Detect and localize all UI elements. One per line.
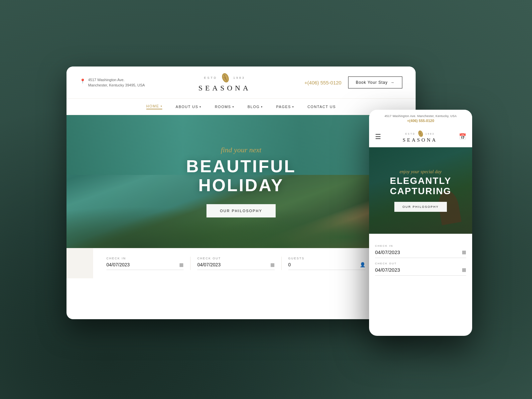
mobile-checkout-label: CHECK OUT <box>375 262 466 265</box>
calendar-icon: ▦ <box>270 262 275 268</box>
mobile-logo: ESTD 1983 SEASONA <box>403 130 437 143</box>
mobile-checkout-calendar-icon: ▦ <box>462 267 466 273</box>
chevron-down-icon: ▾ <box>200 105 201 108</box>
checkin-value: 04/07/2023 <box>106 262 130 267</box>
mobile-mockup: 4517 Washington Ave. Manchester, Kentuck… <box>369 110 472 336</box>
chevron-down-icon: ▾ <box>161 105 163 108</box>
checkin-value-row: 04/07/2023 ▦ <box>106 262 184 270</box>
mobile-logo-name: SEASONA <box>403 137 437 143</box>
desktop-topbar: 📍 4517 Washington Ave. Manchester, Kentu… <box>66 66 416 99</box>
address-line2: Manchester, Kentucky 39495, USA <box>88 82 145 88</box>
nav-item-pages[interactable]: PAGES ▾ <box>276 105 294 109</box>
nav-item-home[interactable]: HOME ▾ <box>146 104 163 109</box>
arrow-icon: → <box>390 80 395 85</box>
logo-year-text: 1983 <box>233 76 245 79</box>
desktop-nav: HOME ▾ ABOUT US ▾ ROOMS ▾ BLOG ▾ PAGES ▾… <box>66 99 416 115</box>
mobile-checkout-value: 04/07/2023 <box>375 267 400 273</box>
mobile-address: 4517 Washington Ave. Manchester, Kentuck… <box>375 114 466 118</box>
guests-field[interactable]: GUESTS 0 👤 <box>282 257 372 270</box>
mobile-checkin-calendar-icon: ▦ <box>462 249 466 255</box>
guests-label: GUESTS <box>288 257 365 260</box>
mobile-hero-title: ELEGANTLY CAPTURING <box>390 176 452 197</box>
checkout-field[interactable]: CHECK OUT 04/07/2023 ▦ <box>191 257 281 270</box>
book-stay-button[interactable]: Book Your Stay → <box>348 76 402 88</box>
mobile-checkin-row[interactable]: 04/07/2023 ▦ <box>375 249 466 258</box>
address-block: 📍 4517 Washington Ave. Manchester, Kentu… <box>80 77 145 88</box>
mobile-phone[interactable]: +(406) 555-0120 <box>375 119 466 123</box>
hamburger-menu-icon[interactable]: ☰ <box>375 133 381 141</box>
chevron-down-icon: ▾ <box>261 105 263 108</box>
phone-number[interactable]: +(406) 555-0120 <box>305 80 341 85</box>
booking-bar: CHECK IN 04/07/2023 ▦ CHECK OUT 04/07/20… <box>66 248 416 278</box>
mobile-calendar-icon[interactable]: 📅 <box>459 133 466 140</box>
hero-title: BEAUTIFUL HOLIDAY <box>186 157 296 195</box>
checkout-value-row: 04/07/2023 ▦ <box>197 262 274 270</box>
mobile-hero-content: enjoy your special day ELEGANTLY CAPTURI… <box>390 169 452 212</box>
logo-estd-text: ESTD <box>204 76 217 79</box>
checkout-label: CHECK OUT <box>197 257 274 260</box>
checkin-field[interactable]: CHECK IN 04/07/2023 ▦ <box>100 257 191 270</box>
guests-value-row: 0 👤 <box>288 262 365 270</box>
mobile-topbar: 4517 Washington Ave. Manchester, Kentuck… <box>369 110 472 126</box>
logo-name: SEASONA <box>199 84 251 92</box>
nav-item-blog[interactable]: BLOG ▾ <box>247 105 263 109</box>
location-icon: 📍 <box>80 78 85 85</box>
address-line1: 4517 Washington Ave. <box>88 77 145 83</box>
mobile-booking-panel: CHECK IN 04/07/2023 ▦ CHECK OUT 04/07/20… <box>369 234 472 282</box>
hero-subtitle: find your next <box>186 146 296 154</box>
desktop-logo: ESTD 1983 SEASONA <box>199 72 251 92</box>
checkout-value: 04/07/2023 <box>197 262 220 267</box>
hero-cta-button[interactable]: OUR PHILOSOPHY <box>206 204 275 217</box>
mobile-checkout-row[interactable]: 04/07/2023 ▦ <box>375 267 466 276</box>
person-icon: 👤 <box>360 262 365 268</box>
desktop-hero: find your next BEAUTIFUL HOLIDAY OUR PHI… <box>66 115 416 248</box>
mobile-nav-row: ☰ ESTD 1983 SEASONA 📅 <box>369 126 472 147</box>
mobile-checkin-value: 04/07/2023 <box>375 249 400 255</box>
mobile-hero: enjoy your special day ELEGANTLY CAPTURI… <box>369 147 472 234</box>
nav-item-about[interactable]: ABOUT US ▾ <box>176 105 201 109</box>
mobile-logo-leaf-icon <box>417 130 424 137</box>
guests-value: 0 <box>288 262 291 267</box>
mobile-logo-estd-row: ESTD 1983 <box>403 130 437 137</box>
chevron-down-icon: ▾ <box>292 105 294 108</box>
nav-item-rooms[interactable]: ROOMS ▾ <box>215 105 234 109</box>
nav-item-contact[interactable]: CONTACT US <box>308 105 336 109</box>
desktop-header-right: +(406) 555-0120 Book Your Stay → <box>305 76 402 88</box>
mobile-hero-subtitle: enjoy your special day <box>390 169 452 175</box>
checkin-label: CHECK IN <box>106 257 184 260</box>
chevron-down-icon: ▾ <box>232 105 234 108</box>
logo-estd-row: ESTD 1983 <box>199 72 251 83</box>
hero-content: find your next BEAUTIFUL HOLIDAY OUR PHI… <box>186 146 296 217</box>
logo-leaf-icon <box>220 72 231 83</box>
mobile-hero-cta-button[interactable]: OUR PHILOSOPHY <box>394 202 447 212</box>
booking-side-panel <box>66 248 93 278</box>
calendar-icon: ▦ <box>179 262 184 268</box>
desktop-mockup: 📍 4517 Washington Ave. Manchester, Kentu… <box>66 66 416 319</box>
mobile-checkin-label: CHECK IN <box>375 244 466 247</box>
